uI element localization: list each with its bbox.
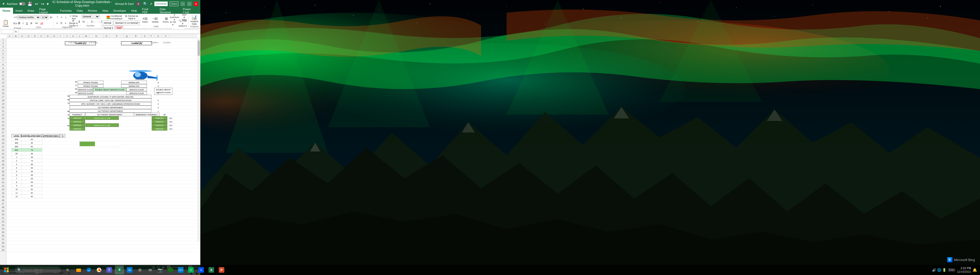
search-icon[interactable]: 🔍 [143, 2, 148, 6]
taskbar-app2[interactable]: A [197, 266, 206, 275]
share-button[interactable]: Share [170, 2, 178, 6]
autosum-button[interactable]: Σ AutoSum ▾ [169, 14, 180, 20]
font-color-button[interactable]: A▾ [39, 21, 44, 26]
formula-input[interactable] [18, 30, 199, 33]
increase-font-button[interactable]: A↑ [49, 14, 54, 20]
svg-text:1: 1 [158, 110, 159, 112]
taskbar-xbox[interactable] [166, 266, 175, 275]
taskbar-edge[interactable] [84, 266, 94, 275]
border-button[interactable]: ⊞ [29, 21, 33, 26]
tab-page-layout[interactable]: Page Layout [37, 8, 57, 14]
svg-text:8: 8 [158, 82, 159, 84]
font-name-select[interactable]: Century Gothic [18, 15, 40, 19]
close-button[interactable]: ✕ [194, 2, 198, 6]
align-center-button[interactable]: ☰ [59, 21, 63, 26]
maximize-button[interactable]: □ [187, 2, 192, 6]
tab-formulas[interactable]: Formulas [57, 8, 74, 14]
comma-button[interactable]: , [86, 19, 89, 24]
row-5: 5 [0, 52, 6, 56]
svg-text:6: 6 [16, 174, 17, 176]
align-bottom-button[interactable]: ⊥ [64, 14, 68, 20]
svg-text:A: A [200, 269, 202, 272]
tab-view[interactable]: View [100, 8, 111, 14]
taskbar-store[interactable]: 🛍 [125, 266, 134, 275]
fill-color-button[interactable]: A▾ [34, 21, 39, 26]
svg-text:OUT PATIENT DEPARTEMENT: OUT PATIENT DEPARTEMENT [97, 114, 123, 115]
currency-button[interactable]: $ [78, 19, 81, 24]
tab-insert[interactable]: Insert [13, 8, 25, 14]
taskbar-ppt[interactable]: P [217, 266, 226, 275]
taskbar-settings[interactable]: ⚙ [135, 266, 145, 275]
svg-text:PARKING: PARKING [156, 117, 164, 119]
analyze-data-button[interactable]: 📊 AnalyzeData [189, 14, 200, 25]
clock-display[interactable]: 2:22 PM 12/19/2021 [957, 266, 971, 274]
taskbar-vscode[interactable]: </> [176, 266, 185, 275]
svg-text:DOUBLE HEIGHT SERVICE FLOOR: DOUBLE HEIGHT SERVICE FLOOR [95, 89, 124, 91]
tab-home[interactable]: Home [0, 8, 13, 14]
svg-rect-211 [6, 270, 9, 272]
align-middle-button[interactable]: ≡ [60, 14, 63, 20]
find-select-button[interactable]: 🔍 Find &Select ▾ [177, 21, 188, 26]
svg-point-202 [928, 17, 928, 18]
comments-button[interactable]: Comments [154, 2, 168, 6]
font-size-select[interactable]: 11 [41, 15, 48, 19]
battery-icon[interactable]: 🔋 [942, 268, 946, 272]
tab-data[interactable]: Data [74, 8, 85, 14]
taskbar-excel[interactable]: X [115, 266, 124, 275]
notification-btn[interactable]: 🔔 [973, 268, 977, 272]
number-format-select[interactable]: General [82, 14, 100, 19]
style-normal[interactable]: Normal [102, 21, 113, 25]
task-view-btn[interactable]: ⧉ [63, 266, 72, 275]
taskbar-excel2[interactable]: X [207, 266, 216, 275]
italic-button[interactable]: I [22, 21, 24, 26]
volume-icon[interactable]: 🔊 [932, 268, 936, 272]
fill-button[interactable]: ⬇ Fill ▾ [169, 21, 177, 26]
taskbar-camera[interactable]: 📷 [156, 266, 165, 275]
sort-filter-button[interactable]: ⇅ Sort &Filter ▾ [181, 14, 188, 20]
search-input[interactable] [23, 269, 56, 272]
minimize-button[interactable]: ─ [180, 2, 185, 6]
network-icon[interactable]: 🌐 [937, 268, 941, 272]
search-box[interactable]: 🔍 [15, 267, 61, 273]
style-normal-2-5-11[interactable]: Normal 2 5 11 Normal 7 [114, 21, 142, 25]
bold-button[interactable]: B [18, 21, 21, 26]
taskbar-app1[interactable]: G [186, 266, 196, 275]
svg-point-198 [353, 15, 354, 16]
align-top-button[interactable]: ⊤ [56, 14, 59, 20]
paste-button[interactable]: 📋 Paste [1, 18, 10, 29]
taskbar-chrome[interactable] [94, 266, 103, 275]
svg-text:B-3: B-3 [170, 125, 172, 126]
tab-help[interactable]: Help [129, 8, 140, 14]
taskbar-pinned-apps: T X 🛍 ⚙ ✉ 📷 [72, 266, 932, 275]
delete-button[interactable]: −⊟ Delete [150, 14, 160, 25]
language-indicator[interactable]: ENG [948, 268, 956, 272]
tab-foxit[interactable]: Foxit PDF [140, 8, 157, 14]
cell-reference[interactable]: AM44 [1, 30, 14, 33]
cells-area[interactable]: TOWER (C) TOWER (A) # OF DWG #OF DWG # O… [6, 38, 200, 269]
taskbar-teams[interactable]: T [105, 266, 114, 275]
title-controls: Ahmad Al Zard A 🔍 ↗ Comments Share ─ □ ✕ [115, 1, 198, 6]
insert-button[interactable]: +⊟ Insert [141, 14, 150, 25]
tab-data-streamer[interactable]: Data Streamer [157, 8, 180, 14]
align-right-button[interactable]: ≡ [64, 21, 67, 26]
svg-text:DOUBLE HEIGHT: DOUBLE HEIGHT [156, 89, 171, 91]
svg-text:PHARMACY: PHARMACY [72, 114, 83, 115]
row-15: 15 [0, 88, 6, 92]
tab-draw[interactable]: Draw [25, 8, 37, 14]
row-49: 49 [0, 209, 6, 213]
row-19: 19 [0, 102, 6, 106]
conditional-formatting-button[interactable]: ConditionalFormatting ▾ [106, 14, 124, 20]
increase-decimal-button[interactable]: .0→ [89, 19, 96, 24]
tab-review[interactable]: Review [85, 8, 100, 14]
format-as-table-button[interactable]: ⊞ Format asTable ▾ [124, 14, 139, 20]
svg-text:56: 56 [67, 95, 69, 97]
start-button[interactable] [0, 265, 13, 275]
underline-button[interactable]: U [25, 21, 29, 26]
taskbar-file-explorer[interactable] [74, 266, 83, 275]
percent-button[interactable]: % [81, 19, 86, 24]
tab-developer[interactable]: Developer [111, 8, 129, 14]
taskbar-mail[interactable]: ✉ [145, 266, 155, 275]
share-icon[interactable]: ↗ [150, 2, 152, 6]
align-left-button[interactable]: ≡ [56, 21, 59, 26]
svg-text:GF: GF [163, 114, 166, 115]
